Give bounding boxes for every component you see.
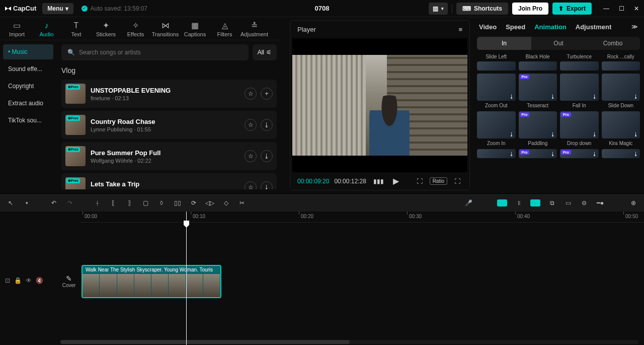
redo-button[interactable]: ↷: [65, 199, 74, 206]
anim-item[interactable]: ⭳: [602, 149, 640, 158]
play-button[interactable]: ▶: [391, 176, 401, 186]
anim-item[interactable]: Pro ⭳ Tesseract: [519, 74, 557, 108]
anim-item[interactable]: ⭳ Fall In: [560, 74, 599, 108]
prop-tab-video[interactable]: Video: [479, 23, 497, 31]
tool-tab-stickers[interactable]: ✦Stickers: [91, 20, 121, 38]
song-item[interactable]: ⊕Free Lets Take a Trip Lynne Publishing …: [61, 173, 277, 189]
ratio-button[interactable]: Ratio: [430, 177, 447, 185]
scrollbar-thumb[interactable]: [60, 340, 350, 344]
zoom-slider[interactable]: ━●: [596, 199, 605, 206]
download-button[interactable]: ⭳: [261, 150, 273, 162]
collapse-icon[interactable]: ⊡: [5, 277, 10, 284]
tool-tab-import[interactable]: ▭Import: [2, 20, 32, 38]
anim-item[interactable]: Slide Left: [477, 54, 516, 71]
shortcuts-button[interactable]: ⌨ Shortcuts: [456, 3, 508, 15]
prop-tab-adjustment[interactable]: Adjustment: [576, 23, 612, 31]
filter-all-button[interactable]: All ⚟: [253, 44, 277, 60]
mirror-tool[interactable]: ◁▷: [205, 199, 214, 206]
maximize-button[interactable]: ☐: [618, 5, 625, 12]
snap-toggle-2[interactable]: [530, 199, 540, 206]
song-item[interactable]: ⊕Free Country Road Chase Lynne Publishin…: [61, 111, 277, 139]
split-tool[interactable]: ⟊: [93, 199, 102, 206]
more-tabs-icon[interactable]: ≫: [631, 23, 638, 31]
anim-item[interactable]: ⭳: [477, 149, 516, 158]
sub-cat-copyright[interactable]: Copyright: [3, 79, 53, 94]
download-button[interactable]: ⭳: [261, 119, 273, 131]
join-pro-button[interactable]: Join Pro: [512, 3, 548, 15]
pointer-tool[interactable]: ↖: [6, 199, 15, 206]
anim-item[interactable]: ⭳ Zoom Out: [477, 74, 516, 108]
tool-tab-transitions[interactable]: ⋈Transitions: [150, 20, 180, 38]
favorite-button[interactable]: ☆: [245, 119, 257, 131]
frames-tool[interactable]: ▯▯: [173, 199, 182, 206]
split-right-tool[interactable]: ⟧: [125, 199, 134, 206]
lock-icon[interactable]: 🔒: [14, 277, 22, 284]
sub-cat-music[interactable]: • Music: [3, 44, 53, 59]
sub-cat-extract-audio[interactable]: Extract audio: [3, 96, 53, 111]
pointer-dropdown[interactable]: ▾: [22, 200, 31, 205]
video-clip[interactable]: Walk Near The Stylish Skyscraper. Young …: [82, 265, 221, 298]
zoom-out-button[interactable]: ⊖: [580, 199, 589, 206]
crop2-tool[interactable]: ✂: [237, 199, 247, 206]
tool-tab-captions[interactable]: ▦Captions: [180, 20, 210, 38]
crop-tool[interactable]: ◇: [221, 199, 230, 206]
eye-icon[interactable]: 👁: [26, 277, 32, 284]
anim-item[interactable]: Pro ⭳ Drop down: [560, 111, 599, 146]
anim-subtab-combo[interactable]: Combo: [586, 37, 640, 50]
compare-icon[interactable]: ▮▮▮: [371, 178, 386, 185]
tool-tab-audio[interactable]: ♪Audio: [32, 20, 61, 38]
player-viewport[interactable]: [292, 38, 467, 172]
timeline-scrollbar[interactable]: [60, 340, 639, 344]
layout-button[interactable]: ▥▾: [429, 3, 448, 15]
mic-button[interactable]: 🎤: [464, 199, 473, 206]
sub-cat-sound-effe-[interactable]: Sound effe...: [3, 61, 53, 77]
download-button[interactable]: ⭳: [261, 181, 273, 189]
sub-cat-tiktok-sou-[interactable]: TikTok sou...: [3, 113, 53, 128]
marker-tool[interactable]: ◊: [157, 199, 166, 206]
split-left-tool[interactable]: ⟦: [109, 199, 118, 206]
minimize-button[interactable]: —: [603, 5, 610, 12]
favorite-button[interactable]: ☆: [245, 150, 257, 162]
anim-subtab-in[interactable]: In: [477, 37, 531, 50]
tool-tab-text[interactable]: TText: [61, 20, 91, 38]
snap-toggle-1[interactable]: [497, 199, 507, 206]
favorite-button[interactable]: ☆: [245, 88, 257, 100]
search-input-wrap[interactable]: 🔍: [61, 44, 249, 60]
zoom-fit-button[interactable]: ⊕: [629, 199, 638, 206]
undo-button[interactable]: ↶: [49, 199, 58, 206]
search-input[interactable]: [79, 49, 243, 56]
rotate-tool[interactable]: ⟳: [189, 199, 198, 206]
crop-icon[interactable]: ⛶: [415, 178, 425, 185]
anim-item[interactable]: Pro ⭳: [560, 149, 599, 158]
song-item[interactable]: ⊕Free UNSTOPPABLE EVENING finetune · 02:…: [61, 80, 277, 108]
add-button[interactable]: +: [261, 88, 273, 100]
tool-tab-adjustment[interactable]: ≛Adjustment: [239, 20, 269, 38]
anim-subtab-out[interactable]: Out: [531, 37, 586, 50]
close-button[interactable]: ✕: [633, 5, 640, 12]
anim-item[interactable]: Black Hole: [519, 54, 557, 71]
player-menu-icon[interactable]: ≡: [458, 26, 462, 33]
menu-button[interactable]: Menu ▾: [42, 3, 73, 14]
mute-icon[interactable]: 🔇: [36, 277, 43, 284]
tool-tab-filters[interactable]: ◬Filters: [210, 20, 239, 38]
playhead[interactable]: [186, 212, 187, 345]
anim-item[interactable]: Pro ⭳ Paddling: [519, 111, 557, 146]
favorite-button[interactable]: ☆: [245, 181, 257, 189]
fullscreen-icon[interactable]: ⛶: [452, 178, 462, 185]
preview-tool[interactable]: ▭: [564, 199, 573, 206]
anim-item[interactable]: Rock ...cally: [602, 54, 640, 71]
anim-item[interactable]: ⭳ Slide Down: [602, 74, 640, 108]
prop-tab-speed[interactable]: Speed: [506, 23, 525, 31]
tool-tab-effects[interactable]: ✧Effects: [121, 20, 150, 38]
anim-item[interactable]: ⭳ Zoom In: [477, 111, 516, 146]
export-button[interactable]: ⬆ Export: [552, 3, 592, 15]
link-tool[interactable]: ⧉: [547, 199, 556, 206]
delete-tool[interactable]: ▢: [141, 199, 150, 206]
cover-button[interactable]: ✎ Cover: [59, 274, 78, 288]
anim-item[interactable]: Pro ⭳: [519, 149, 557, 158]
song-item[interactable]: ⊕Free Pure Summer Pop Full Wolfgang Wöhr…: [61, 142, 277, 170]
prop-tab-animation[interactable]: Animation: [534, 23, 567, 31]
anim-item[interactable]: ⭳ Kira Magic: [602, 111, 640, 146]
anim-item[interactable]: Turbulence: [560, 54, 599, 71]
align-tool[interactable]: ⫴: [514, 199, 523, 206]
